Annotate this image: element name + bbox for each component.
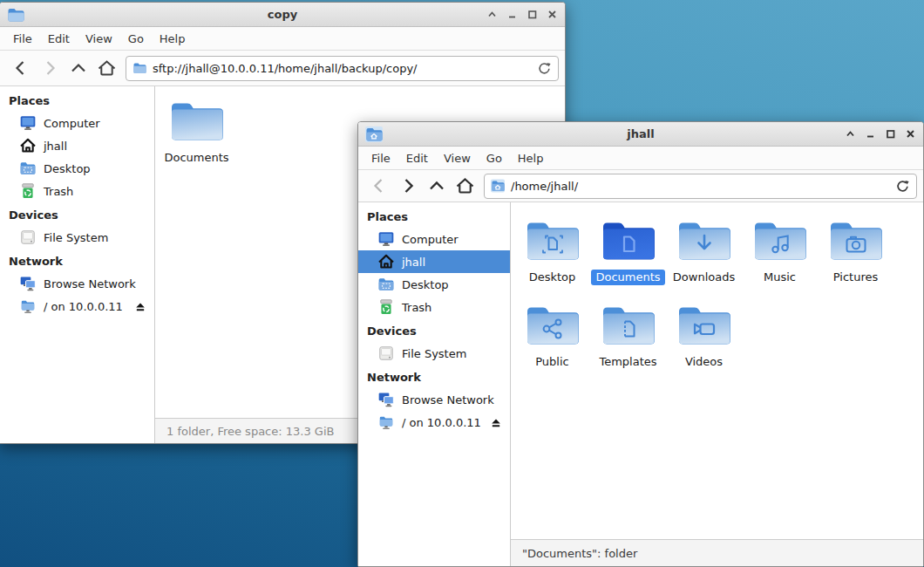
file-public[interactable]: Public: [514, 295, 590, 370]
file-desktop[interactable]: Desktop: [514, 210, 590, 285]
folder-pictures-icon: [828, 217, 884, 263]
refresh-icon[interactable]: [537, 61, 552, 76]
toolbar: sftp://jhall@10.0.0.11/home/jhall/backup…: [0, 51, 565, 86]
desktop-folder-icon: [19, 160, 37, 177]
folder-documents-icon: [601, 217, 656, 263]
sidebar-header-devices: Devices: [358, 318, 510, 342]
sidebar-header-places: Places: [358, 204, 510, 228]
up-button[interactable]: [422, 173, 451, 199]
remote-mount-icon: [19, 297, 37, 315]
file-grid: Desktop Documents Downloads: [511, 202, 923, 539]
sidebar-item-browse-network[interactable]: Browse Network: [0, 272, 154, 295]
sidebar-item-browse-network[interactable]: Browse Network: [358, 388, 510, 411]
menubar: File Edit View Go Help: [0, 27, 565, 51]
home-icon: [377, 253, 395, 270]
sidebar-item-filesystem[interactable]: File System: [358, 342, 510, 365]
back-button[interactable]: [364, 173, 393, 199]
menu-help[interactable]: Help: [510, 148, 552, 168]
filesystem-icon: [377, 345, 395, 362]
folder-public-icon: [525, 302, 581, 347]
address-home-folder-icon: [491, 179, 505, 193]
menu-view[interactable]: View: [436, 148, 479, 168]
file-downloads[interactable]: Downloads: [666, 210, 742, 285]
forward-button[interactable]: [393, 173, 422, 199]
titlebar[interactable]: jhall: [358, 122, 923, 147]
sidebar-item-desktop[interactable]: Desktop: [0, 157, 154, 180]
eject-icon[interactable]: [490, 416, 502, 428]
address-text: sftp://jhall@10.0.0.11/home/jhall/backup…: [153, 62, 418, 75]
sidebar-header-devices: Devices: [0, 202, 154, 226]
maximize-button[interactable]: [526, 9, 538, 21]
refresh-icon[interactable]: [895, 179, 910, 194]
folder-music-icon: [752, 217, 808, 263]
sidebar-item-remote-mount[interactable]: / on 10.0.0.11: [0, 295, 154, 318]
sidebar-item-remote-mount[interactable]: / on 10.0.0.11: [358, 411, 510, 434]
file-documents[interactable]: Documents: [159, 91, 234, 166]
filesystem-icon: [19, 229, 37, 246]
trash-icon: [377, 298, 395, 316]
eject-icon[interactable]: [134, 300, 146, 312]
close-button[interactable]: [904, 128, 916, 140]
file-videos[interactable]: Videos: [666, 295, 742, 370]
minimize-button[interactable]: [864, 128, 876, 140]
file-music[interactable]: Music: [742, 210, 818, 285]
window-title: jhall: [358, 127, 923, 140]
trash-icon: [19, 182, 37, 200]
desktop-folder-icon: [377, 276, 395, 293]
sidebar-header-network: Network: [358, 365, 510, 388]
sidebar-header-places: Places: [0, 88, 154, 112]
sidebar: Places Computer jhall Desktop Trash: [0, 86, 155, 443]
browse-network-icon: [19, 275, 37, 292]
address-folder-icon: [132, 61, 146, 75]
folder-desktop-icon: [525, 217, 581, 263]
window-title: copy: [0, 8, 565, 21]
folder-videos-icon: [676, 302, 732, 347]
menu-go[interactable]: Go: [479, 148, 510, 168]
file-templates[interactable]: Templates: [590, 295, 666, 370]
menu-help[interactable]: Help: [152, 29, 194, 49]
folder-downloads-icon: [676, 217, 732, 263]
toolbar: /home/jhall/: [358, 170, 923, 202]
file-documents[interactable]: Documents: [590, 210, 666, 285]
sidebar-item-computer[interactable]: Computer: [358, 228, 510, 250]
home-button[interactable]: [92, 55, 121, 81]
sidebar-header-network: Network: [0, 249, 154, 272]
titlebar[interactable]: copy: [0, 3, 565, 27]
folder-icon: [169, 98, 225, 143]
address-bar[interactable]: /home/jhall/: [484, 174, 917, 199]
up-button[interactable]: [64, 55, 92, 81]
home-icon: [19, 137, 37, 154]
menu-file[interactable]: File: [5, 29, 40, 49]
menu-view[interactable]: View: [78, 29, 120, 49]
remote-mount-icon: [377, 413, 395, 431]
sidebar-item-jhall[interactable]: jhall: [0, 134, 154, 157]
menu-edit[interactable]: Edit: [40, 29, 78, 49]
close-button[interactable]: [546, 9, 558, 21]
menubar: File Edit View Go Help: [358, 147, 923, 170]
sidebar-item-trash[interactable]: Trash: [358, 296, 510, 318]
status-bar: "Documents": folder: [511, 539, 923, 566]
sidebar-item-jhall[interactable]: jhall: [358, 250, 510, 273]
sidebar-item-computer[interactable]: Computer: [0, 112, 154, 134]
minimize-button[interactable]: [506, 9, 518, 21]
desktop-background: copy File Edit View Go Help sftp://jhall…: [0, 0, 924, 567]
menu-file[interactable]: File: [363, 148, 398, 168]
shade-button[interactable]: [844, 128, 856, 140]
sidebar: Places Computer jhall Desktop Trash: [358, 202, 511, 566]
sidebar-item-filesystem[interactable]: File System: [0, 226, 154, 249]
home-button[interactable]: [451, 173, 479, 199]
back-button[interactable]: [6, 55, 35, 81]
computer-icon: [377, 230, 395, 248]
menu-edit[interactable]: Edit: [398, 148, 436, 168]
shade-button[interactable]: [486, 9, 498, 21]
maximize-button[interactable]: [884, 128, 896, 140]
browse-network-icon: [377, 391, 395, 408]
computer-icon: [19, 114, 37, 132]
window-jhall: jhall File Edit View Go Help /home/jhall…: [357, 121, 924, 567]
sidebar-item-trash[interactable]: Trash: [0, 180, 154, 202]
file-pictures[interactable]: Pictures: [818, 210, 893, 285]
sidebar-item-desktop[interactable]: Desktop: [358, 273, 510, 296]
forward-button[interactable]: [35, 55, 64, 81]
menu-go[interactable]: Go: [120, 29, 152, 49]
address-bar[interactable]: sftp://jhall@10.0.0.11/home/jhall/backup…: [126, 56, 559, 81]
